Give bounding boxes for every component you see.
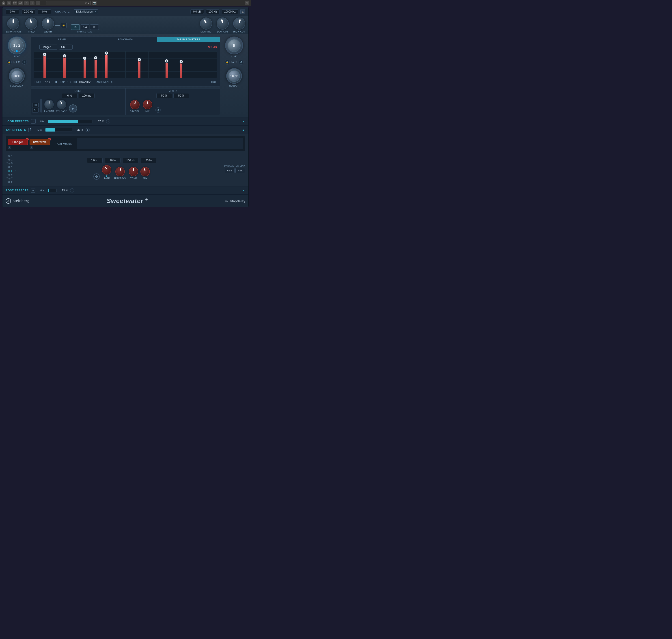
abs-button[interactable]: ABS xyxy=(225,168,235,173)
fb-button[interactable]: FB xyxy=(32,103,38,107)
tap-list-item-4[interactable]: Tap 4 xyxy=(5,165,19,168)
tap-mix-bar-container[interactable] xyxy=(45,128,72,132)
tap-list-item-8[interactable]: Tap 8 xyxy=(5,180,19,183)
feedback-knob[interactable]: 50 % xyxy=(9,68,25,84)
tap-back-arrow[interactable]: ← xyxy=(34,45,37,49)
tap-list-item-5[interactable]: Tap 5 → xyxy=(5,169,19,172)
mixer-spatial-knob[interactable] xyxy=(130,100,140,109)
dl-button[interactable]: DL xyxy=(32,108,38,112)
tap-grid[interactable]: 1 2 3 4 5 xyxy=(34,51,217,78)
overdrive-module[interactable]: ✕ Overdrive S xyxy=(30,139,50,149)
loop-info-button[interactable]: ℹ xyxy=(106,120,110,123)
rel-button[interactable]: REL xyxy=(235,168,245,173)
delay-sync-button[interactable]: ↺ xyxy=(22,60,27,64)
tap-mix-value-box[interactable]: 20 % xyxy=(141,158,156,163)
tap-list-item-3[interactable]: Tap 3 xyxy=(5,161,19,165)
tap-bar-1[interactable]: 1 xyxy=(44,56,46,78)
tap-feedback-knob[interactable] xyxy=(115,167,125,176)
tap-list-item-1[interactable]: Tap 1 xyxy=(5,154,19,157)
flanger-s-button[interactable]: S xyxy=(8,146,11,149)
knob2-value[interactable]: 0.00 Hz xyxy=(21,10,35,14)
grid-dropdown[interactable]: 1/16 ▾ xyxy=(44,80,53,84)
width-knob[interactable] xyxy=(42,17,54,30)
tap-on-dropdown[interactable]: On ▾ xyxy=(59,45,73,49)
post-effects-overline-btn[interactable]: o xyxy=(31,188,35,193)
title-btn-rw[interactable]: RW xyxy=(13,1,17,5)
saturation-knob[interactable] xyxy=(7,17,19,30)
tap-bar-8[interactable]: 8 xyxy=(180,63,182,78)
ducker-amount-knob[interactable] xyxy=(44,100,54,109)
knob1-value[interactable]: 0 % xyxy=(5,10,19,14)
tap-tone-value[interactable]: 100 Hz xyxy=(123,158,138,163)
quantize-label[interactable]: QUANTIZE xyxy=(79,81,93,83)
tab-panorama[interactable]: PANORAMA xyxy=(94,37,157,42)
loop-effects-overline-btn[interactable]: o xyxy=(31,119,36,124)
tap-bar-2[interactable]: 2 xyxy=(63,57,66,78)
mixer-spatial-value[interactable]: 50 % xyxy=(156,93,172,98)
sync-knob[interactable]: 1 / 2 xyxy=(8,36,26,54)
post-expand-button[interactable]: ▾ xyxy=(241,188,245,192)
randomize-button[interactable]: RANDOMIZE ⚙ xyxy=(95,81,113,83)
title-preset-dropdown[interactable]: ⬡ ▾ xyxy=(46,1,91,5)
tap-list-item-2[interactable]: Tap 2 xyxy=(5,158,19,161)
top-expand-button[interactable]: ▲ xyxy=(240,9,245,14)
taps-sync-button[interactable]: ↺ xyxy=(238,60,244,64)
title-btn-arrow[interactable]: ▾ xyxy=(36,1,40,5)
sr-btn-eighth[interactable]: 1/8 xyxy=(90,25,99,30)
tap-power-button[interactable]: ⏻ xyxy=(93,173,100,180)
tap-bar-7[interactable]: 7 xyxy=(166,62,168,78)
tap-rhythm-label[interactable]: TAP RHYTHM xyxy=(60,81,77,83)
post-effects-row[interactable]: POST EFFECTS o MIX 13 % ℹ ▾ xyxy=(2,186,248,195)
title-btn-1[interactable]: □ xyxy=(7,1,11,5)
loop-effects-row[interactable]: LOOP EFFECTS o MIX 67 % ℹ ▾ xyxy=(2,117,248,126)
tap-feedback-value[interactable]: 20 % xyxy=(105,158,121,163)
tap-effects-overline-btn[interactable]: o xyxy=(29,128,33,132)
tap-info-button[interactable]: ℹ xyxy=(85,128,90,132)
db-value[interactable]: 0.0 dB xyxy=(190,10,204,14)
loop-expand-button[interactable]: ▾ xyxy=(241,120,245,123)
taps-lock-button[interactable]: 🔒 xyxy=(225,60,230,64)
mixer-mix-knob[interactable] xyxy=(143,100,152,109)
ducker-amount-value[interactable]: 0 % xyxy=(62,93,78,98)
overdrive-s-button[interactable]: S xyxy=(30,146,33,149)
tap-bar-3[interactable]: 3 xyxy=(83,59,86,78)
tap-tone-knob[interactable] xyxy=(129,167,138,176)
hz1-value[interactable]: 100 Hz xyxy=(206,10,220,14)
tap-list-item-7[interactable]: Tap 7 xyxy=(5,176,19,180)
output-knob[interactable]: 0.0 dB xyxy=(226,68,242,84)
lightning-button[interactable]: ⚡ xyxy=(61,22,66,28)
knob3-value[interactable]: 0 % xyxy=(37,10,51,14)
tab-level[interactable]: LEVEL xyxy=(31,37,94,42)
tap-bar-4[interactable]: 4 xyxy=(95,59,97,78)
tap-bar-5[interactable]: 5 xyxy=(105,54,108,78)
ducker-release-knob[interactable] xyxy=(57,100,66,109)
mixer-link-button[interactable]: ↺ xyxy=(155,107,161,113)
mixer-mix-value[interactable]: 50 % xyxy=(173,93,189,98)
title-btn-sq[interactable]: □ xyxy=(24,1,29,5)
tap-expand-button[interactable]: ▲ xyxy=(241,128,245,132)
flanger-module[interactable]: ✕ Flanger S xyxy=(7,139,28,149)
tap-rate-value[interactable]: 1.0 Hz xyxy=(87,158,103,163)
tap-type-dropdown[interactable]: Flanger ▾ xyxy=(40,45,57,49)
camera-button[interactable]: 📷 xyxy=(92,1,96,5)
sr-btn-half[interactable]: 1/2 xyxy=(71,25,80,30)
tap-mix-knob[interactable] xyxy=(140,167,150,176)
lowcut-knob[interactable] xyxy=(217,17,229,30)
play-button[interactable]: ▶ xyxy=(69,105,77,112)
tap-rate-knob[interactable] xyxy=(102,165,111,174)
tap-effects-row[interactable]: TAP EFFECTS o MIX 37 % ℹ ▲ xyxy=(2,126,248,134)
title-btn-ab[interactable]: AB xyxy=(18,1,23,5)
character-dropdown[interactable]: Digital Modern ▾ xyxy=(74,10,98,14)
post-mix-bar-container[interactable] xyxy=(48,189,57,192)
delay-lock-button[interactable]: 🔒 xyxy=(7,60,12,64)
tap-list-item-6[interactable]: Tap 6 xyxy=(5,173,19,176)
ducker-release-value[interactable]: 100 ms xyxy=(79,93,95,98)
hz2-value[interactable]: 10000 Hz xyxy=(222,10,238,14)
tab-tap-parameters[interactable]: TAP PARAMETERS xyxy=(157,37,220,42)
post-info-button[interactable]: ℹ xyxy=(70,188,74,192)
damping-knob[interactable] xyxy=(200,17,212,30)
tap-bar-6[interactable]: 6 xyxy=(138,61,140,78)
taps-knob[interactable]: 8 xyxy=(225,36,243,54)
title-right-btn[interactable]: □ xyxy=(245,1,249,5)
ducker-fader[interactable] xyxy=(40,99,42,112)
